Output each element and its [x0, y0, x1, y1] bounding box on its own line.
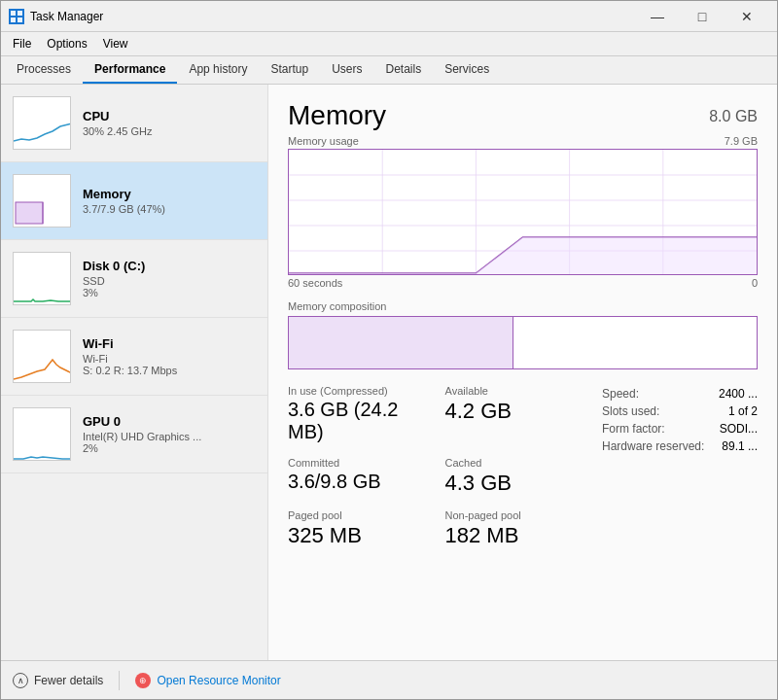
gpu-type: Intel(R) UHD Graphics ...	[83, 431, 256, 442]
speed-label: Speed:	[602, 387, 639, 401]
detail-title: Memory	[288, 100, 386, 131]
menu-options[interactable]: Options	[39, 34, 94, 53]
nonpaged-value: 182 MB	[445, 523, 587, 548]
usage-label: Memory usage	[288, 135, 359, 147]
usage-max: 7.9 GB	[725, 135, 758, 147]
comp-in-use	[289, 317, 513, 368]
graph-time-row: 60 seconds 0	[288, 277, 758, 289]
menu-file[interactable]: File	[5, 34, 39, 53]
stats-grid: In use (Compressed) 3.6 GB (24.2 MB) Ava…	[288, 385, 586, 548]
svg-rect-8	[14, 253, 71, 305]
sidebar: CPU 30% 2.45 GHz Memory 3.7/7.9 GB (47%)	[1, 85, 268, 660]
sidebar-item-gpu[interactable]: GPU 0 Intel(R) UHD Graphics ... 2%	[1, 396, 267, 473]
menu-bar: File Options View	[1, 32, 777, 56]
hardware-row: Hardware reserved: 89.1 ...	[602, 439, 758, 453]
chevron-up-icon: ∧	[13, 673, 28, 688]
composition-bar	[288, 316, 758, 369]
disk-graph	[13, 252, 71, 305]
svg-rect-1	[18, 11, 22, 16]
time-left: 60 seconds	[288, 277, 342, 289]
tab-app-history[interactable]: App history	[177, 56, 259, 84]
maximize-button[interactable]: □	[680, 1, 725, 32]
time-right: 0	[752, 277, 758, 289]
cpu-graph	[13, 96, 71, 150]
slots-value: 1 of 2	[728, 404, 758, 418]
svg-rect-10	[14, 408, 71, 461]
cached-stat: Cached 4.3 GB	[445, 457, 587, 496]
svg-rect-6	[16, 202, 43, 224]
nonpaged-stat: Non-paged pool 182 MB	[445, 509, 587, 548]
committed-value: 3.6/9.8 GB	[288, 471, 430, 493]
menu-view[interactable]: View	[95, 34, 136, 53]
fewer-details-button[interactable]: ∧ Fewer details	[13, 673, 103, 688]
svg-rect-0	[11, 11, 16, 16]
disk-stats: 3%	[83, 287, 256, 298]
tab-details[interactable]: Details	[373, 56, 433, 84]
tab-users[interactable]: Users	[320, 56, 373, 84]
window-title: Task Manager	[30, 10, 635, 23]
composition-section: Memory composition	[288, 300, 758, 369]
available-label: Available	[445, 385, 587, 397]
paged-stat: Paged pool 325 MB	[288, 509, 430, 548]
committed-stat: Committed 3.6/9.8 GB	[288, 457, 430, 496]
committed-label: Committed	[288, 457, 430, 469]
cpu-info: CPU 30% 2.45 GHz	[83, 109, 256, 137]
sidebar-item-memory[interactable]: Memory 3.7/7.9 GB (47%)	[1, 162, 267, 240]
close-button[interactable]: ✕	[725, 1, 769, 32]
paged-value: 325 MB	[288, 523, 430, 548]
disk-label: Disk 0 (C:)	[83, 259, 256, 273]
stats-section: In use (Compressed) 3.6 GB (24.2 MB) Ava…	[288, 385, 758, 548]
footer: ∧ Fewer details ⊕ Open Resource Monitor	[1, 660, 777, 699]
gpu-label: GPU 0	[83, 414, 256, 429]
sidebar-item-disk[interactable]: Disk 0 (C:) SSD 3%	[1, 240, 267, 318]
slots-row: Slots used: 1 of 2	[602, 404, 758, 418]
svg-rect-3	[18, 18, 22, 22]
open-resource-label: Open Resource Monitor	[157, 674, 280, 687]
sidebar-item-cpu[interactable]: CPU 30% 2.45 GHz	[1, 85, 267, 162]
right-stats: Speed: 2400 ... Slots used: 1 of 2 Form …	[602, 385, 758, 548]
wifi-label: Wi-Fi	[83, 336, 256, 351]
left-stats: In use (Compressed) 3.6 GB (24.2 MB) Ava…	[288, 385, 586, 548]
cached-label: Cached	[445, 457, 587, 469]
composition-label: Memory composition	[288, 300, 758, 312]
tab-bar: Processes Performance App history Startu…	[1, 56, 777, 85]
in-use-stat: In use (Compressed) 3.6 GB (24.2 MB)	[288, 385, 430, 443]
tab-services[interactable]: Services	[433, 56, 501, 84]
cpu-stats: 30% 2.45 GHz	[83, 125, 256, 137]
svg-rect-9	[14, 331, 71, 383]
memory-info: Memory 3.7/7.9 GB (47%)	[83, 187, 256, 215]
comp-available	[513, 317, 757, 368]
tab-processes[interactable]: Processes	[5, 56, 83, 84]
open-resource-monitor-link[interactable]: ⊕ Open Resource Monitor	[135, 673, 280, 688]
sidebar-item-wifi[interactable]: Wi-Fi Wi-Fi S: 0.2 R: 13.7 Mbps	[1, 318, 267, 396]
form-row: Form factor: SODI...	[602, 422, 758, 436]
memory-graph-thumb	[13, 174, 71, 228]
available-stat: Available 4.2 GB	[445, 385, 587, 443]
paged-label: Paged pool	[288, 509, 430, 521]
title-bar: Task Manager — □ ✕	[1, 1, 777, 32]
tab-performance[interactable]: Performance	[83, 56, 177, 84]
app-icon	[9, 9, 24, 24]
hardware-label: Hardware reserved:	[602, 439, 704, 453]
nonpaged-label: Non-paged pool	[445, 509, 587, 521]
footer-divider	[119, 671, 120, 690]
form-value: SODI...	[720, 422, 758, 436]
speed-value: 2400 ...	[719, 387, 758, 401]
wifi-info: Wi-Fi Wi-Fi S: 0.2 R: 13.7 Mbps	[83, 336, 256, 376]
in-use-value: 3.6 GB (24.2 MB)	[288, 399, 430, 443]
hardware-value: 89.1 ...	[722, 439, 758, 453]
task-manager-window: Task Manager — □ ✕ File Options View Pro…	[0, 0, 778, 700]
detail-header: Memory 8.0 GB	[288, 100, 758, 131]
minimize-button[interactable]: —	[635, 1, 680, 32]
detail-total: 8.0 GB	[709, 108, 758, 125]
memory-stats: 3.7/7.9 GB (47%)	[83, 203, 256, 215]
tab-startup[interactable]: Startup	[259, 56, 320, 84]
svg-rect-2	[11, 18, 16, 22]
wifi-graph	[13, 330, 71, 383]
memory-usage-graph	[288, 149, 758, 275]
svg-rect-4	[14, 97, 71, 150]
gpu-info: GPU 0 Intel(R) UHD Graphics ... 2%	[83, 414, 256, 454]
speed-row: Speed: 2400 ...	[602, 387, 758, 401]
wifi-type: Wi-Fi	[83, 353, 256, 365]
available-value: 4.2 GB	[445, 399, 587, 424]
